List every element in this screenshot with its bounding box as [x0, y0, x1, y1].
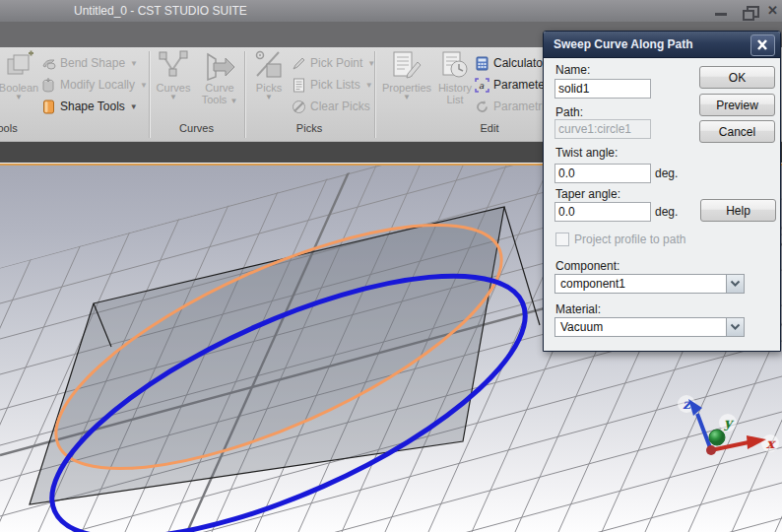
shape-tools-icon	[41, 100, 56, 114]
material-dropdown[interactable]: Vacuum	[554, 317, 745, 337]
curve-tools-button[interactable]: Curve Tools ▼	[197, 50, 242, 105]
modify-locally-label: Modify Locally	[60, 78, 135, 92]
pick-point-button[interactable]: Pick Point ▼	[292, 53, 375, 73]
dialog-close-icon	[751, 35, 774, 55]
curves-icon	[157, 50, 190, 82]
component-dropdown-button[interactable]	[726, 275, 744, 293]
chevron-down-icon: ▼	[169, 94, 177, 101]
bend-shape-icon	[41, 56, 56, 71]
preview-button[interactable]: Preview	[699, 94, 775, 116]
pick-lists-icon	[292, 78, 306, 93]
clear-picks-button[interactable]: Clear Picks	[292, 97, 370, 116]
chevron-down-icon	[730, 323, 741, 331]
calculator-button[interactable]: Calculator	[475, 53, 547, 73]
modify-locally-button[interactable]: Modify Locally ▼	[41, 75, 148, 95]
minimize-button[interactable]	[713, 5, 730, 18]
taper-angle-unit: deg.	[655, 205, 678, 219]
pick-lists-label: Pick Lists	[310, 78, 360, 92]
history-list-button[interactable]: History List	[433, 50, 477, 105]
application-window: Untitled_0 - CST STUDIO SUITE ✕ Boolean …	[0, 0, 782, 532]
chevron-down-icon: ▼	[229, 97, 237, 105]
clear-picks-label: Clear Picks	[310, 100, 370, 113]
curves-group-label: Curves	[149, 122, 244, 134]
chevron-down-icon: ▼	[265, 94, 273, 101]
chevron-down-icon: ▼	[365, 81, 373, 90]
boolean-icon	[3, 50, 34, 82]
parametric-update-icon	[475, 100, 489, 114]
curve-tools-label-line2: Tools	[202, 94, 228, 105]
project-profile-checkbox	[555, 233, 569, 246]
name-input[interactable]	[554, 79, 651, 99]
pick-lists-button[interactable]: Pick Lists ▼	[292, 75, 373, 95]
material-label: Material:	[555, 302, 601, 316]
window-title: Untitled_0 - CST STUDIO SUITE	[74, 0, 247, 22]
dialog-title-bar[interactable]: Sweep Curve Along Path	[544, 32, 780, 58]
bend-shape-button[interactable]: Bend Shape ▼	[41, 53, 138, 73]
help-button[interactable]: Help	[700, 199, 776, 222]
close-button[interactable]: ✕	[767, 5, 782, 18]
pick-point-icon	[292, 56, 306, 71]
curves-button[interactable]: Curves ▼	[152, 50, 195, 101]
chevron-down-icon: ▼	[403, 94, 411, 101]
svg-text:a: a	[479, 81, 485, 91]
history-list-icon	[438, 50, 472, 82]
component-value: component1	[560, 275, 625, 293]
properties-button[interactable]: Properties ▼	[382, 50, 431, 101]
shape-tools-label: Shape Tools	[60, 100, 125, 113]
clear-picks-icon	[292, 100, 306, 114]
title-bar: Untitled_0 - CST STUDIO SUITE ✕	[0, 0, 782, 22]
dialog-title: Sweep Curve Along Path	[554, 32, 693, 57]
curve-tools-label-line1: Curve	[205, 82, 233, 94]
shape-tools-button[interactable]: Shape Tools ▼	[41, 97, 138, 116]
minimize-icon	[715, 13, 727, 16]
tools-group-label: Tools	[0, 122, 32, 134]
chevron-down-icon	[730, 280, 741, 288]
twist-angle-unit: deg.	[655, 166, 678, 180]
modify-locally-icon	[41, 78, 56, 93]
parameters-icon: a	[475, 78, 489, 93]
dialog-close-button[interactable]	[750, 34, 775, 56]
sweep-curve-dialog: Sweep Curve Along Path Name: OK Path: Pr…	[543, 31, 781, 352]
history-list-label-line1: History	[438, 82, 472, 94]
history-list-label-line2: List	[446, 94, 463, 105]
chevron-down-icon: ▼	[130, 102, 138, 111]
path-input	[554, 119, 651, 139]
ok-button[interactable]: OK	[699, 66, 775, 89]
boolean-button[interactable]: Boolean ▼	[0, 50, 43, 101]
twist-angle-input[interactable]	[554, 164, 651, 183]
picks-button[interactable]: Picks ▼	[248, 50, 290, 101]
project-profile-label: Project profile to path	[574, 233, 685, 246]
close-icon: ✕	[767, 3, 778, 18]
curve-tools-icon	[202, 50, 237, 82]
path-label: Path:	[555, 105, 583, 119]
calculator-label: Calculator	[493, 56, 547, 70]
calculator-icon	[475, 56, 489, 71]
pick-point-label: Pick Point	[310, 56, 362, 70]
picks-group-label: Picks	[244, 122, 374, 134]
component-dropdown[interactable]: component1	[554, 274, 745, 294]
chevron-down-icon: ▼	[140, 81, 148, 90]
taper-angle-label: Taper angle:	[555, 187, 620, 201]
picks-icon	[253, 50, 285, 82]
cancel-button[interactable]: Cancel	[699, 120, 775, 143]
name-label: Name:	[555, 63, 590, 77]
component-label: Component:	[555, 259, 619, 273]
chevron-down-icon: ▼	[130, 59, 138, 68]
y-axis-ball	[709, 430, 725, 445]
restore-button[interactable]	[742, 5, 758, 18]
twist-angle-label: Twist angle:	[555, 146, 618, 160]
z-axis-arrow	[697, 414, 711, 450]
chevron-down-icon: ▼	[15, 94, 23, 101]
properties-icon	[390, 50, 424, 82]
taper-angle-input[interactable]	[554, 202, 651, 222]
material-dropdown-button[interactable]	[726, 318, 744, 336]
bend-shape-label: Bend Shape	[60, 56, 125, 70]
material-value: Vacuum	[560, 318, 603, 336]
